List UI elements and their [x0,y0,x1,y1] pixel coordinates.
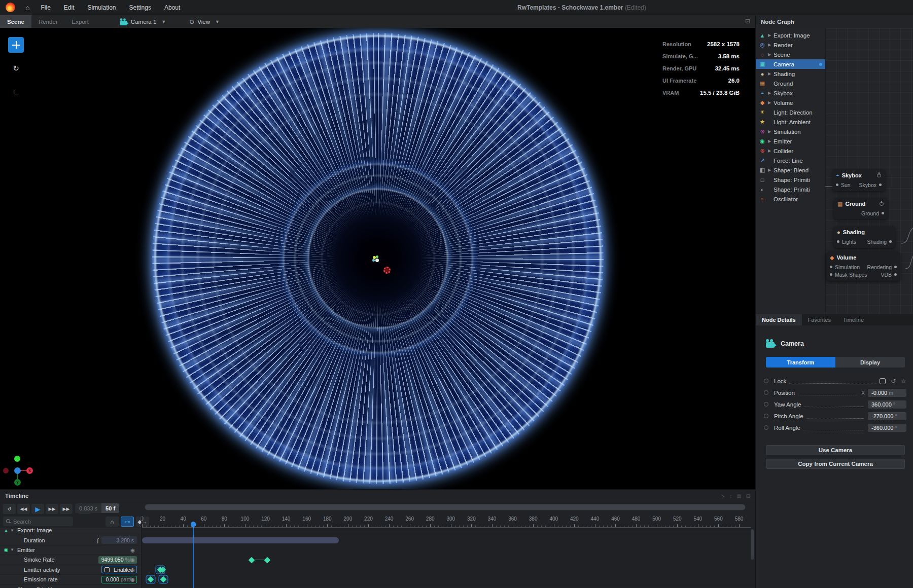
output-port[interactable]: Ground [861,210,884,216]
expand-arrow-icon[interactable]: ▶ [766,149,772,153]
orientation-gizmo[interactable]: X Y [0,453,36,488]
expand-arrow-icon[interactable]: ▶ [766,139,772,143]
expand-arrow-icon[interactable]: ▶ [766,129,772,134]
time-seconds[interactable]: 0.833 s [75,503,101,513]
input-port[interactable]: Mask Shapes [830,272,867,278]
expand-arrow-icon[interactable]: ▶ [766,71,772,76]
axis-dot-center[interactable] [14,467,21,474]
port-dot[interactable] [836,183,838,186]
link-playhead-icon[interactable]: ⊶ [121,517,134,527]
move-tool-button[interactable] [8,37,24,53]
node-list-item-oscillator[interactable]: ≈Oscillator [756,194,825,204]
fast-forward-button[interactable]: ▶▶ [60,504,73,514]
playhead-pin[interactable] [191,522,196,526]
graph-node-skybox[interactable]: ◓SkyboxSunSkybox [832,169,885,191]
keyframe-diamond[interactable] [249,557,255,563]
node-list-item-volume[interactable]: ◆▶Volume [756,98,825,107]
collapse-arrow-icon[interactable]: ▼ [9,528,15,533]
node-list-item-export-image[interactable]: ▲▶Export: Image [756,30,825,40]
tab-export[interactable]: Export [65,15,96,28]
search-input[interactable] [13,519,64,525]
detail-tab-node-details[interactable]: Node Details [756,314,802,325]
copy-from-current-camera-button[interactable]: Copy from Current Camera [766,459,905,469]
port-dot[interactable] [894,266,897,268]
grid-icon[interactable]: ▦ [736,493,741,499]
track-lane[interactable] [142,545,755,555]
property-value-field[interactable]: 360.000° [868,400,906,409]
keyframe-diamond[interactable] [264,557,270,563]
scale-tool-button[interactable]: ∟ [8,84,24,99]
port-dot[interactable] [830,266,832,268]
keyframe-radio[interactable] [764,390,768,395]
track-label-cell[interactable]: ▲▼Export: Image [0,528,141,535]
node-list-item-ground[interactable]: ▦Ground [756,79,825,88]
tab-scene[interactable]: Scene [0,15,31,28]
detail-tab-favorites[interactable]: Favorites [802,314,837,325]
curve-editor-icon[interactable]: ∩ [106,517,119,527]
lock-checkbox[interactable] [880,378,886,384]
camera-selector[interactable]: Camera 1 ▼ [119,15,166,28]
detail-tab-timeline[interactable]: Timeline [837,314,870,325]
display-button[interactable]: Display [835,357,905,368]
node-list-item-scene[interactable]: ◌▶Scene [756,50,825,59]
undo-icon[interactable]: ↺ [891,378,896,385]
track-lane[interactable] [142,555,755,564]
node-list-item-force-line[interactable]: ↗Force: Line [756,156,825,165]
axis-dot-up[interactable] [14,456,20,462]
emitter-gizmo[interactable] [372,255,380,263]
visibility-eye-icon[interactable]: ◉ [130,547,135,553]
axis-dot-y[interactable]: Y [14,479,21,486]
menu-edit[interactable]: Edit [64,4,75,11]
input-port[interactable]: Simulation [830,264,860,270]
track-lane[interactable] [142,584,755,588]
expand-arrow-icon[interactable]: ▶ [766,43,772,47]
output-port[interactable]: VDB [881,272,897,278]
viewport-3d[interactable]: Resolution2582 x 1578Simulate, G...3.58 … [0,28,755,489]
fit-icon[interactable]: ↕ [729,493,732,499]
track-search[interactable] [3,517,73,526]
axis-dot-negx[interactable] [3,468,9,473]
curve-icon[interactable]: ʃ [97,537,98,543]
hscrollbar-thumb[interactable] [145,504,745,510]
track-value-field[interactable]: 3.200 s [101,536,137,544]
node-list-item-shape-primiti[interactable]: ◐Shape: Primiti [756,185,825,194]
port-dot[interactable] [889,240,892,243]
visibility-eye-icon[interactable]: ◉ [130,557,135,563]
use-camera-button[interactable]: Use Camera [766,445,905,455]
keyframe-radio[interactable] [764,414,768,418]
node-list-item-render[interactable]: ◎▶Render [756,40,825,50]
enabled-checkbox[interactable] [104,567,110,572]
track-label-cell[interactable]: ◐▼Shape: Primitive◉ [0,584,141,588]
property-value-field[interactable]: -270.000° [868,412,906,420]
node-list-item-shading[interactable]: ●▶Shading [756,69,825,79]
timeline-ruler[interactable]: 0204060801001201401601802002202402602803… [142,516,751,528]
track-label-cell[interactable]: Emission rate0.000part/s◉ [0,575,141,584]
port-dot[interactable] [830,273,832,276]
power-icon[interactable] [876,173,882,178]
output-port[interactable]: Shading [867,239,892,245]
expand-arrow-icon[interactable]: ▶ [766,100,772,105]
tab-render[interactable]: Render [31,15,65,28]
prev-key-button[interactable]: ◀◀ [17,504,30,514]
input-port[interactable]: Sun [836,182,851,188]
collapse-icon[interactable]: ↘ [721,493,725,499]
expand-arrow-icon[interactable]: ▶ [766,33,772,38]
timeline-hscrollbar[interactable] [145,504,746,510]
track-label-cell[interactable]: Durationʃ3.200 s [0,535,141,544]
visibility-eye-icon[interactable]: ◉ [130,577,135,582]
keyframe-radio[interactable] [764,425,768,430]
track-lane[interactable] [142,575,755,584]
port-dot[interactable] [879,183,882,186]
axis-dot-x[interactable]: X [26,467,33,474]
track-label-cell[interactable]: ◉▼Emitter◉ [0,545,141,555]
graph-node-ground[interactable]: ▦GroundGround [834,198,888,219]
restart-button[interactable]: ↺ [3,504,16,514]
track-lane[interactable] [142,565,755,574]
track-label-cell[interactable]: Emitter activityEnabled◉ [0,565,141,574]
home-icon[interactable]: ⌂ [25,4,29,12]
track-lane[interactable] [142,528,755,535]
node-list-item-camera[interactable]: ▣Camera [756,59,825,69]
keyframe-radio[interactable] [764,402,768,407]
node-list-item-skybox[interactable]: ◓▶Skybox [756,88,825,98]
power-icon[interactable] [879,201,884,206]
